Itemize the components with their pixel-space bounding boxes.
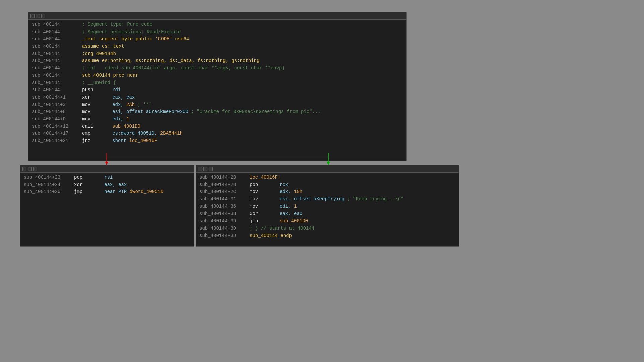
code-line: sub_400144+3B xoreax, eax [196, 210, 459, 218]
code-line: sub_400144+2C movedx, 10h [196, 188, 459, 196]
titlebar-btn-2[interactable] [28, 167, 32, 171]
code-line: sub_400144+17 cmpcs:dword_40051D, 2BA544… [28, 130, 406, 137]
code-line: sub_400144+8 movesi, offset aCrackmeFor0… [28, 108, 406, 116]
svg-marker-5 [327, 162, 330, 165]
titlebar-btn-3[interactable] [33, 167, 37, 171]
titlebar-btn-1[interactable] [30, 14, 35, 18]
code-line: sub_400144 ; Segment permissions: Read/E… [28, 28, 406, 36]
code-line: sub_400144+3D jmpsub_4001D0 [196, 218, 459, 225]
code-line: sub_400144 assume es:nothing, ss:nothing… [28, 57, 406, 65]
code-line: sub_400144+23 poprsi [20, 174, 194, 181]
main-code-content: sub_400144 ; Segment type: Pure code sub… [28, 20, 406, 146]
right-disasm-window: sub_400144+2B loc_40016F: sub_400144+2B … [196, 165, 459, 247]
code-line: sub_400144+3D ; } // starts at 400144 [196, 225, 459, 232]
right-window-titlebar [196, 165, 459, 173]
code-line: sub_400144+D movedi, 1 [28, 116, 406, 123]
code-line: sub_400144+31 movesi, offset aKeepTrying… [196, 196, 459, 203]
code-line: sub_400144 sub_400144 proc near [28, 72, 406, 79]
svg-marker-2 [105, 162, 108, 165]
main-disasm-window: sub_400144 ; Segment type: Pure code sub… [28, 12, 407, 161]
code-line: sub_400144+3D sub_400144 endp [196, 232, 459, 240]
titlebar-btn-1[interactable] [22, 167, 26, 171]
code-line: sub_400144+12 callsub_4001D0 [28, 123, 406, 130]
titlebar-btn-3[interactable] [41, 14, 45, 18]
code-line: sub_400144+36 movedi, 1 [196, 203, 459, 210]
titlebar-btn-3[interactable] [209, 167, 213, 171]
code-line: sub_400144+1 xoreax, eax [28, 94, 406, 101]
code-line: sub_400144+26 jmpnear PTR dword_40051D [20, 188, 194, 196]
code-line: sub_400144 ; __unwind { [28, 79, 406, 87]
code-line: sub_400144+3 movedx, 2Ah ; '*' [28, 101, 406, 109]
titlebar-btn-1[interactable] [198, 167, 202, 171]
code-line: sub_400144+2B poprcx [196, 181, 459, 189]
code-line: sub_400144 ; int __cdecl sub_400144(int … [28, 65, 406, 72]
code-line: sub_400144 pushrdi [28, 86, 406, 94]
code-line: sub_400144 assume cs:_text [28, 43, 406, 50]
code-line: sub_400144 _text segment byte public 'CO… [28, 36, 406, 43]
left-code-content: sub_400144+23 poprsi sub_400144+24 xorea… [20, 173, 194, 197]
code-line: sub_400144+2B loc_40016F: [196, 174, 459, 181]
main-window-titlebar [28, 12, 406, 20]
titlebar-btn-2[interactable] [36, 14, 40, 18]
code-line: sub_400144+24 xoreax, eax [20, 181, 194, 189]
left-window-titlebar [20, 165, 194, 173]
right-code-content: sub_400144+2B loc_40016F: sub_400144+2B … [196, 173, 459, 241]
code-line: sub_400144 ; Segment type: Pure code [28, 21, 406, 28]
code-line: sub_400144+21 jnzshort loc_40016F [28, 137, 406, 145]
code-line: sub_400144 ;org 400144h [28, 50, 406, 58]
titlebar-btn-2[interactable] [203, 167, 207, 171]
left-disasm-window: sub_400144+23 poprsi sub_400144+24 xorea… [20, 165, 194, 247]
